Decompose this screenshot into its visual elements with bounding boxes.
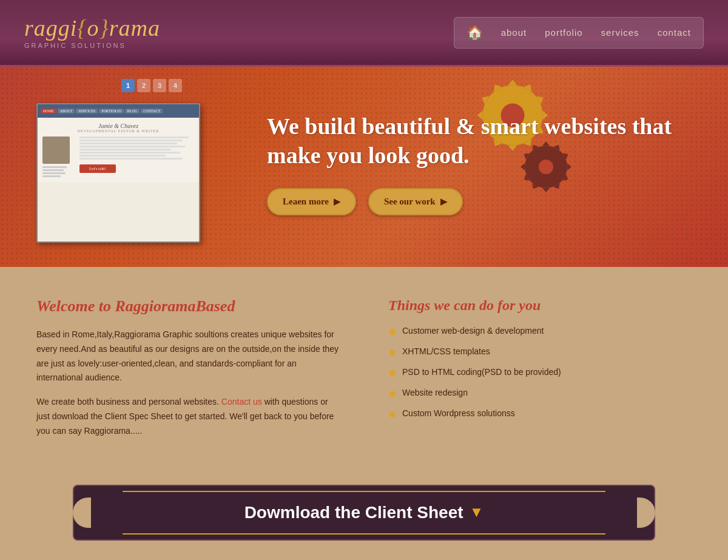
- mockup-tabs: HOME ABOUT SERVICES PORTFOLIO BLOG CONTA…: [41, 109, 163, 113]
- slide-dot-4[interactable]: 4: [169, 79, 182, 92]
- logo-text: raggi{o}rama: [24, 16, 160, 41]
- contact-us-link[interactable]: Contact us: [221, 397, 262, 407]
- service-item: ✺ XHTML/CSS templates: [388, 346, 692, 359]
- service-star-icon: ✺: [388, 409, 396, 420]
- mockup-person-name: Jamie & Chavez: [42, 123, 194, 129]
- service-item: ✺ PSD to HTML coding(PSD to be provided): [388, 367, 692, 379]
- mockup-text-line: [79, 143, 177, 144]
- mockup-title: Jamie & Chavez DEVELOPMENTAL EDITOR & WR…: [42, 123, 194, 133]
- arrow-icon: ▶: [334, 197, 340, 207]
- banner-line-top: [123, 491, 605, 492]
- service-star-icon: ✺: [388, 368, 396, 379]
- slide-indicators: 1 2 3 4: [121, 79, 182, 92]
- mockup-tab-blog: BLOG: [125, 109, 140, 113]
- slide-dot-2[interactable]: 2: [137, 79, 150, 92]
- svg-marker-0: [508, 80, 517, 86]
- mockup-text-line: [79, 149, 171, 150]
- mockup-body: Jamie & Chavez DEVELOPMENTAL EDITOR & WR…: [38, 118, 199, 182]
- mockup-text-line: [79, 140, 183, 141]
- mockup-line: [42, 175, 61, 177]
- services-heading: Things we can do for you: [388, 297, 692, 314]
- hero-section: 1 2 3 4 HOME ABOUT SERVICES PORTFOLIO BL…: [0, 67, 728, 267]
- content-section: Welcome to RaggioramaBased Based in Rome…: [0, 267, 728, 485]
- hero-text-area: We build beautiful & smart websites that…: [243, 112, 692, 215]
- see-work-button[interactable]: See our work ▶: [368, 188, 463, 215]
- download-banner[interactable]: Dowmload the Client Sheet ▼: [73, 485, 655, 541]
- mockup-person-role: DEVELOPMENTAL EDITOR & WRITER: [42, 129, 194, 133]
- mockup-text-line: [79, 146, 185, 147]
- service-item: ✺ Website redesign: [388, 388, 692, 400]
- mockup-cta-button: Let's talk!: [79, 164, 116, 173]
- mockup-sidebar-lines: [42, 166, 76, 177]
- learn-more-button[interactable]: Leaen more ▶: [267, 188, 356, 215]
- mockup-content-area: Let's talk!: [42, 137, 194, 177]
- nav-portfolio[interactable]: portfolio: [545, 27, 582, 38]
- website-mockup: HOME ABOUT SERVICES PORTFOLIO BLOG CONTA…: [36, 103, 206, 243]
- logo-area: raggi{o}rama GRAPHIC SOLUTIONS: [24, 16, 160, 50]
- mockup-line: [42, 172, 66, 174]
- content-left: Welcome to RaggioramaBased Based in Rome…: [36, 297, 340, 448]
- mockup-text-line: [79, 158, 183, 160]
- mockup-tab-home: HOME: [41, 109, 56, 113]
- mockup-nav-bar: HOME ABOUT SERVICES PORTFOLIO BLOG CONTA…: [38, 104, 199, 118]
- slide-dot-3[interactable]: 3: [153, 79, 166, 92]
- download-section: Dowmload the Client Sheet ▼: [0, 485, 728, 560]
- service-star-icon: ✺: [388, 347, 396, 359]
- mockup-right-col: Let's talk!: [79, 137, 194, 177]
- content-right: Things we can do for you ✺ Customer web-…: [388, 297, 692, 448]
- mockup-avatar: [42, 137, 70, 164]
- nav-contact[interactable]: contact: [658, 27, 691, 38]
- mockup-tab-contact: CONTACT: [141, 109, 163, 113]
- download-text: Dowmload the Client Sheet: [244, 503, 463, 522]
- mockup-text-line: [79, 152, 180, 153]
- mockup-tab-about: ABOUT: [58, 109, 75, 113]
- mockup-left-col: [42, 137, 76, 177]
- mockup-tab-portfolio: PORTFOLIO: [99, 109, 124, 113]
- logo-subtitle: GRAPHIC SOLUTIONS: [24, 42, 126, 49]
- service-star-icon: ✺: [388, 326, 396, 338]
- slide-dot-1[interactable]: 1: [121, 79, 135, 92]
- mockup-text-block: [79, 137, 194, 160]
- service-item: ✺ Custom Wordpress solutionss: [388, 408, 692, 420]
- service-star-icon: ✺: [388, 388, 396, 400]
- service-item: ✺ Customer web-design & development: [388, 326, 692, 338]
- mockup-text-line: [79, 155, 166, 157]
- welcome-heading: Welcome to RaggioramaBased: [36, 297, 340, 315]
- nav-services[interactable]: services: [601, 27, 639, 38]
- mockup-line: [42, 166, 67, 168]
- mockup-text-line: [79, 137, 189, 138]
- header: raggi{o}rama GRAPHIC SOLUTIONS 🏠 about p…: [0, 0, 728, 67]
- content-paragraph-2: We create both business and personal web…: [36, 395, 340, 438]
- banner-line-bottom: [123, 533, 605, 535]
- arrow-icon: ▶: [440, 197, 447, 207]
- home-icon: 🏠: [467, 25, 483, 41]
- content-paragraph-1: Based in Rome,Italy,Raggiorama Graphic s…: [36, 328, 340, 385]
- mockup-tab-services: SERVICES: [76, 109, 98, 113]
- mockup-line: [42, 169, 64, 171]
- download-arrow-icon: ▼: [470, 504, 484, 521]
- hero-heading: We build beautiful & smart websites that…: [267, 112, 692, 170]
- main-nav: 🏠 about portfolio services contact: [454, 17, 704, 49]
- nav-about[interactable]: about: [501, 27, 527, 38]
- hero-buttons: Leaen more ▶ See our work ▶: [267, 188, 692, 215]
- mockup-frame: HOME ABOUT SERVICES PORTFOLIO BLOG CONTA…: [36, 103, 200, 243]
